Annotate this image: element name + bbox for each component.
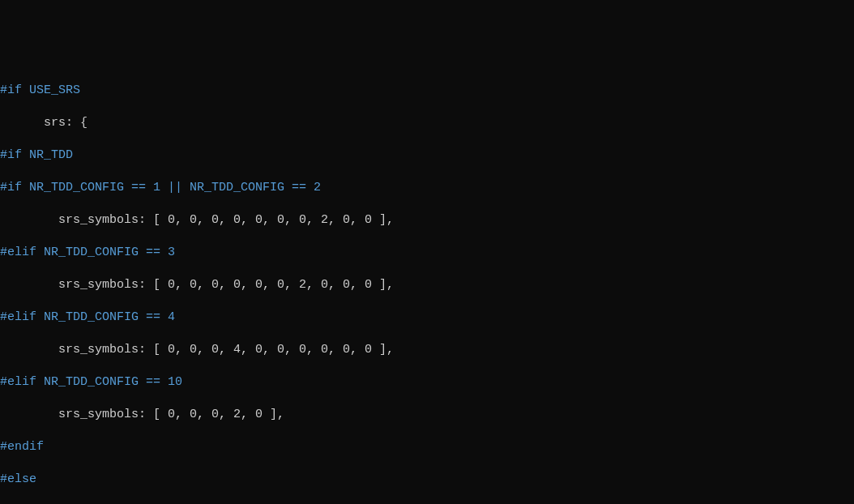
code-line: srs_symbols: [ 0, 0, 0, 4, 0, 0, 0, 0, 0… xyxy=(0,342,854,358)
code-text: srs_symbols: [ 0, 0, 0, 4, 0, 0, 0, 0, 0… xyxy=(0,343,394,357)
code-line: srs_symbols: [ 0, 0, 0, 2, 0 ], xyxy=(0,407,854,423)
code-line: srs_symbols: [ 0, 0, 0, 0, 0, 0, 2, 0, 0… xyxy=(0,277,854,293)
preproc-directive: #endif xyxy=(0,440,44,454)
code-line: #elif NR_TDD_CONFIG == 10 xyxy=(0,374,854,391)
code-line: #elif NR_TDD_CONFIG == 3 xyxy=(0,245,854,261)
preproc-directive: #elif NR_TDD_CONFIG == 10 xyxy=(0,375,182,389)
code-line: #if NR_TDD xyxy=(0,147,854,164)
code-text: srs_symbols: [ 0, 0, 0, 2, 0 ], xyxy=(0,408,284,421)
code-line: #endif xyxy=(0,439,854,455)
code-text: srs: { xyxy=(0,116,88,130)
preproc-directive: #if NR_TDD_CONFIG == 1 || NR_TDD_CONFIG … xyxy=(0,181,321,194)
code-block: #if USE_SRS srs: { #if NR_TDD #if NR_TDD… xyxy=(0,66,854,504)
code-line: srs_symbols: [ 0, 0, 0, 0, 0, 0, 0, 2, 0… xyxy=(0,212,854,229)
code-line: #if USE_SRS xyxy=(0,83,854,99)
code-line: #if NR_TDD_CONFIG == 1 || NR_TDD_CONFIG … xyxy=(0,180,854,196)
code-text: srs_symbols: [ 0, 0, 0, 0, 0, 0, 0, 2, 0… xyxy=(0,213,394,227)
preproc-directive: #if USE_SRS xyxy=(0,83,80,97)
code-line: srs: { xyxy=(0,115,854,131)
preproc-directive: #elif NR_TDD_CONFIG == 4 xyxy=(0,310,175,324)
code-line: #elif NR_TDD_CONFIG == 4 xyxy=(0,310,854,326)
preproc-directive: #else xyxy=(0,472,36,486)
preproc-directive: #if NR_TDD xyxy=(0,148,73,162)
code-line: #else xyxy=(0,472,854,488)
preproc-directive: #elif NR_TDD_CONFIG == 3 xyxy=(0,246,175,259)
code-text: srs_symbols: [ 0, 0, 0, 0, 0, 0, 2, 0, 0… xyxy=(0,278,394,292)
